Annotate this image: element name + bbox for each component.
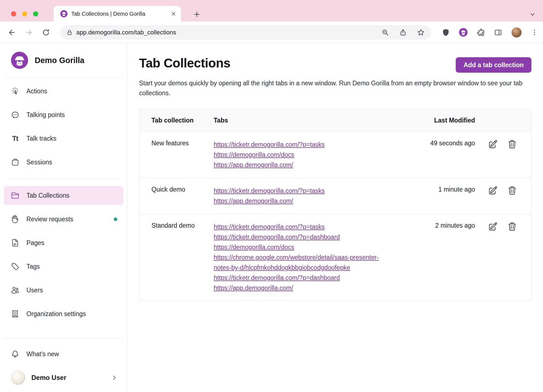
sidebar-item-label: Actions [26, 88, 117, 95]
gorilla-extension-icon [459, 28, 468, 37]
brand-name: Demo Gorilla [35, 56, 85, 65]
sidebar-item-label: Talk tracks [26, 135, 117, 142]
back-button[interactable] [8, 28, 16, 37]
brand[interactable]: Demo Gorilla [4, 43, 123, 77]
tag-icon [11, 262, 19, 271]
row-actions [484, 132, 531, 178]
tab-link[interactable]: https://app.demogorilla.com/ [214, 160, 393, 170]
demo-gorilla-extension-button[interactable] [459, 28, 468, 37]
toolbar-extensions-area [442, 27, 538, 38]
reload-button[interactable] [42, 28, 50, 37]
page-description: Start your demos quickly by opening all … [139, 78, 530, 98]
tab-link[interactable]: https://ticketr.demogorilla.com/?p=tasks [214, 186, 393, 196]
sidebar-nav: Actions Talking points Tt Talk tracks Se… [0, 82, 127, 328]
edit-collection-button[interactable] [488, 140, 498, 149]
side-panel-icon [494, 28, 502, 37]
sidebar-item-review-requests[interactable]: Review requests [4, 210, 123, 228]
window-minimize-button[interactable] [22, 11, 27, 17]
tab-link[interactable]: https://demogorilla.com/docs [214, 150, 393, 160]
user-menu[interactable]: Demo User [4, 368, 123, 386]
browser-tab[interactable]: Tab Collections | Demo Gorilla [54, 6, 181, 21]
sidebar-item-whats-new[interactable]: What's new [4, 345, 123, 363]
omnibox-actions [381, 29, 425, 36]
last-modified: 49 seconds ago [393, 132, 484, 178]
notification-dot-badge [114, 217, 117, 221]
tab-link[interactable]: https://app.demogorilla.com/ [214, 283, 393, 293]
address-bar[interactable]: app.demogorilla.com/tab_collections [61, 25, 431, 40]
reload-icon [42, 28, 50, 37]
tab-link[interactable]: https://ticketr.demogorilla.com/?p=dashb… [214, 232, 393, 242]
sidebar-item-label: Sessions [26, 159, 117, 166]
column-header-actions [484, 109, 531, 132]
page-header: Tab Collections Add a tab collection [139, 56, 531, 73]
sidebar-item-actions[interactable]: Actions [4, 82, 123, 100]
zoom-button[interactable] [381, 29, 389, 36]
cursor-click-icon [11, 87, 19, 95]
browser-tabstrip: Tab Collections | Demo Gorilla [0, 0, 543, 21]
side-panel-button[interactable] [494, 28, 502, 37]
sidebar-item-tags[interactable]: Tags [4, 257, 123, 276]
forward-button[interactable] [25, 28, 33, 37]
tab-link[interactable]: https://ticketr.demogorilla.com/?p=tasks [214, 222, 393, 232]
adblock-shield-extension-button[interactable] [442, 28, 450, 37]
bell-icon [11, 350, 19, 358]
browser-menu-button[interactable] [531, 29, 538, 36]
sidebar-item-tab-collections[interactable]: Tab Collections [4, 186, 123, 205]
collection-name: Quick demo [139, 178, 214, 214]
add-tab-collection-button[interactable]: Add a tab collection [456, 57, 531, 73]
share-icon [399, 29, 407, 36]
sidebar-divider [4, 338, 123, 339]
close-icon [170, 11, 177, 17]
window-close-button[interactable] [11, 11, 16, 17]
row-actions [484, 178, 531, 214]
sidebar-item-talking-points[interactable]: Talking points [4, 105, 123, 124]
edit-collection-button[interactable] [488, 222, 498, 231]
sidebar-item-pages[interactable]: Pages [4, 233, 123, 252]
column-header-tab-collection: Tab collection [139, 109, 214, 132]
tab-link[interactable]: https://chrome.google.com/webstore/detai… [214, 252, 393, 273]
hand-raised-icon [11, 215, 19, 223]
bookmark-star-button[interactable] [417, 29, 425, 36]
sidebar-item-talk-tracks[interactable]: Tt Talk tracks [4, 129, 123, 148]
tab-collections-table: Tab collection Tabs Last Modified New fe… [139, 109, 531, 301]
gorilla-logo-icon [11, 52, 28, 69]
share-button[interactable] [399, 29, 407, 36]
tab-search-chevron-icon[interactable] [529, 11, 536, 18]
tab-link[interactable]: https://app.demogorilla.com/ [214, 196, 393, 206]
traffic-lights [11, 11, 38, 17]
browser-toolbar: app.demogorilla.com/tab_collections [0, 21, 543, 43]
extensions-puzzle-button[interactable] [477, 28, 485, 37]
collection-tabs: https://ticketr.demogorilla.com/?p=tasks… [214, 178, 393, 214]
sidebar-item-users[interactable]: Users [4, 281, 123, 300]
sidebar-item-sessions[interactable]: Sessions [4, 153, 123, 172]
app-body: Demo Gorilla Actions Talking points Tt T… [0, 43, 543, 392]
collection-tabs: https://ticketr.demogorilla.com/?p=tasks… [214, 214, 393, 301]
browser-profile-avatar[interactable] [511, 27, 522, 38]
sidebar-footer: What's new Demo User [0, 338, 127, 386]
delete-collection-button[interactable] [507, 222, 517, 231]
url-text: app.demogorilla.com/tab_collections [76, 29, 378, 36]
window-zoom-button[interactable] [33, 11, 38, 17]
sidebar-item-label: Tab Collections [26, 192, 117, 199]
tab-close-button[interactable] [170, 11, 177, 17]
sidebar-item-organization-settings[interactable]: Organization settings [4, 304, 123, 323]
tab-link[interactable]: https://ticketr.demogorilla.com/?p=tasks [214, 140, 393, 150]
tab-link[interactable]: https://ticketr.demogorilla.com/?p=dashb… [214, 273, 393, 283]
chevron-right-icon [111, 375, 117, 381]
tab-link[interactable]: https://demogorilla.com/docs [214, 242, 393, 252]
delete-collection-button[interactable] [507, 140, 517, 149]
row-actions [484, 214, 531, 301]
collection-tabs: https://ticketr.demogorilla.com/?p=tasks… [214, 132, 393, 178]
sidebar-item-label: Talking points [26, 111, 117, 119]
lock-icon[interactable] [67, 29, 72, 36]
collection-name: Standard demo [139, 214, 214, 301]
new-tab-button[interactable] [193, 10, 201, 18]
arrow-right-icon [25, 28, 33, 37]
collection-name: New features [139, 132, 214, 178]
delete-collection-button[interactable] [507, 186, 517, 195]
magnifier-icon [381, 29, 389, 36]
edit-collection-button[interactable] [488, 186, 498, 195]
pencil-square-icon [488, 186, 498, 195]
sidebar-item-label: Pages [26, 239, 117, 247]
sidebar-item-label: Organization settings [26, 310, 117, 318]
